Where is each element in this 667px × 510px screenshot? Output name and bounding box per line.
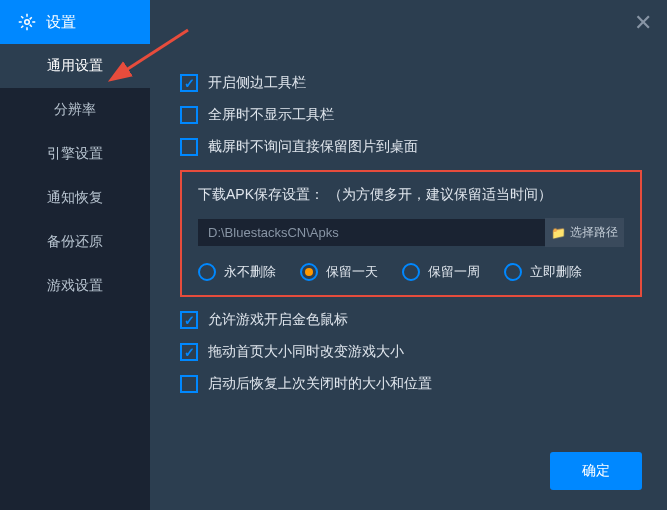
radio-icon[interactable] — [402, 263, 420, 281]
apk-path-input[interactable]: D:\BluestacksCN\Apks — [198, 219, 545, 246]
folder-icon: 📁 — [551, 226, 566, 240]
radio-keep-week[interactable]: 保留一周 — [402, 263, 480, 281]
apk-settings-section: 下载APK保存设置： （为方便多开，建议保留适当时间） D:\Bluestack… — [180, 170, 642, 297]
sidebar-item-backup[interactable]: 备份还原 — [0, 220, 150, 264]
checkbox-icon[interactable] — [180, 311, 198, 329]
sidebar-item-engine[interactable]: 引擎设置 — [0, 132, 150, 176]
confirm-button[interactable]: 确定 — [550, 452, 642, 490]
check-gold-cursor[interactable]: 允许游戏开启金色鼠标 — [180, 311, 642, 329]
radio-never-delete[interactable]: 永不删除 — [198, 263, 276, 281]
check-restore-size[interactable]: 启动后恢复上次关闭时的大小和位置 — [180, 375, 642, 393]
gear-icon — [18, 13, 36, 31]
sidebar-item-resolution[interactable]: 分辨率 — [0, 88, 150, 132]
radio-keep-day[interactable]: 保留一天 — [300, 263, 378, 281]
checkbox-icon[interactable] — [180, 74, 198, 92]
checkbox-icon[interactable] — [180, 138, 198, 156]
check-resize-game[interactable]: 拖动首页大小同时改变游戏大小 — [180, 343, 642, 361]
close-icon[interactable]: ✕ — [634, 12, 652, 34]
svg-point-0 — [25, 20, 30, 25]
apk-section-title: 下载APK保存设置： （为方便多开，建议保留适当时间） — [198, 186, 624, 204]
radio-icon[interactable] — [300, 263, 318, 281]
sidebar-item-general[interactable]: 通用设置 — [0, 44, 150, 88]
checkbox-icon[interactable] — [180, 106, 198, 124]
sidebar-item-game[interactable]: 游戏设置 — [0, 264, 150, 308]
sidebar-item-notifications[interactable]: 通知恢复 — [0, 176, 150, 220]
check-fullscreen-hide[interactable]: 全屏时不显示工具栏 — [180, 106, 642, 124]
check-screenshot-save[interactable]: 截屏时不询问直接保留图片到桌面 — [180, 138, 642, 156]
checkbox-icon[interactable] — [180, 343, 198, 361]
radio-icon[interactable] — [504, 263, 522, 281]
settings-header: 设置 — [0, 0, 150, 44]
check-sidebar-toolbar[interactable]: 开启侧边工具栏 — [180, 74, 642, 92]
browse-button[interactable]: 📁 选择路径 — [545, 218, 624, 247]
radio-icon[interactable] — [198, 263, 216, 281]
radio-delete-now[interactable]: 立即删除 — [504, 263, 582, 281]
header-title: 设置 — [46, 13, 76, 32]
checkbox-icon[interactable] — [180, 375, 198, 393]
